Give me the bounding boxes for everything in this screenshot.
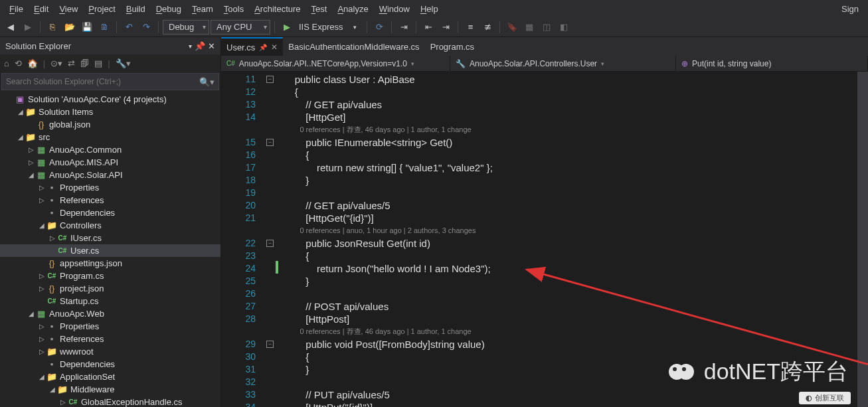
editor-tabs: User.cs📌✕BasicAuthenticationMiddleware.c… — [221, 37, 868, 56]
close-icon[interactable]: ✕ — [208, 41, 215, 51]
solution-tree[interactable]: ▣Solution 'AnuoApc.Core' (4 projects)◢📁S… — [0, 92, 220, 407]
tree-item[interactable]: ◢▦AnuoApc.Web — [0, 307, 220, 320]
menu-bar: FileEditViewProjectBuildDebugTeamToolsAr… — [0, 0, 868, 17]
redo-icon[interactable]: ↷ — [138, 19, 154, 35]
misc3-icon[interactable]: ◧ — [556, 19, 572, 35]
tree-item[interactable]: ▪Dependencies — [0, 358, 220, 370]
sync-icon[interactable]: ⟲ — [15, 58, 22, 68]
panel-header: Solution Explorer ▾ 📌 ✕ — [0, 37, 220, 54]
tree-item[interactable]: ▷📁wwwroot — [0, 345, 220, 358]
open-icon[interactable]: 📂 — [62, 19, 78, 35]
tree-item[interactable]: {}global.json — [0, 118, 220, 131]
tree-item[interactable]: ◢▦AnuoApc.Solar.API — [0, 169, 220, 181]
tree-item[interactable]: ▣Solution 'AnuoApc.Core' (4 projects) — [0, 93, 220, 106]
tree-item[interactable]: ◢📁ApplicationSet — [0, 370, 220, 383]
tree-item[interactable]: ◢📁Middleware — [0, 383, 220, 396]
properties-icon[interactable]: ▤ — [94, 58, 102, 68]
tab-User.cs[interactable]: User.cs📌✕ — [221, 37, 283, 56]
tree-item[interactable]: ▷▦AnuoApc.Common — [0, 143, 220, 156]
config-combo[interactable]: Debug — [163, 20, 209, 35]
menu-window[interactable]: Window — [374, 2, 415, 16]
refresh-icon[interactable]: ⊙▾ — [50, 58, 62, 68]
misc-icon[interactable]: ▦ — [521, 19, 537, 35]
run-label[interactable]: IIS Express — [299, 22, 343, 32]
tree-item[interactable]: ◢📁src — [0, 131, 220, 143]
tree-item[interactable]: ▷{}project.json — [0, 282, 220, 295]
tree-item[interactable]: ▷▪References — [0, 333, 220, 345]
menu-help[interactable]: Help — [415, 2, 444, 16]
tree-item[interactable]: ▷▪Properties — [0, 320, 220, 333]
search-box[interactable]: 🔍▾ — [1, 73, 219, 90]
tree-item[interactable]: C#User.cs — [0, 244, 220, 257]
undo-icon[interactable]: ↶ — [121, 19, 137, 35]
comment-icon[interactable]: ≡ — [462, 19, 478, 35]
nav-project-combo[interactable]: C# AnuoApc.Solar.API..NETCoreApp,Version… — [221, 56, 450, 71]
tree-item[interactable]: ▪Dependencies — [0, 206, 220, 219]
tree-item[interactable]: C#Startup.cs — [0, 295, 220, 307]
bookmark-icon[interactable]: 🔖 — [504, 19, 520, 35]
home-icon[interactable]: ⌂ — [4, 58, 9, 68]
show-all-icon[interactable]: 🏠 — [27, 58, 38, 68]
tree-item[interactable]: ▷▪References — [0, 194, 220, 206]
menu-architecture[interactable]: Architecture — [249, 2, 305, 16]
tree-item[interactable]: {}appsettings.json — [0, 257, 220, 270]
indent-icon[interactable]: ⇥ — [438, 19, 454, 35]
preview-icon[interactable]: 🗐 — [80, 58, 89, 68]
solution-explorer: Solution Explorer ▾ 📌 ✕ ⌂ ⟲ 🏠 | ⊙▾ ⇄ 🗐 ▤… — [0, 37, 221, 407]
misc2-icon[interactable]: ◫ — [539, 19, 555, 35]
tree-item[interactable]: ▷C#IUser.cs — [0, 232, 220, 244]
tree-item[interactable]: ▷C#Program.cs — [0, 270, 220, 282]
menu-analyze[interactable]: Analyze — [332, 2, 373, 16]
nav-bar: C# AnuoApc.Solar.API..NETCoreApp,Version… — [221, 56, 868, 72]
line-gutter: 11121314 15161718192021 22232425262728 2… — [221, 72, 268, 407]
panel-title-text: Solution Explorer — [5, 41, 186, 51]
tree-item[interactable]: ◢📁Solution Items — [0, 106, 220, 118]
new-project-icon[interactable]: ⎘ — [44, 19, 60, 35]
search-input[interactable] — [6, 77, 199, 86]
tree-item[interactable]: ▷▪Properties — [0, 181, 220, 194]
menu-debug[interactable]: Debug — [151, 2, 187, 16]
panel-menu-icon[interactable]: ▾ — [189, 42, 192, 50]
pin-icon[interactable]: 📌 — [195, 41, 205, 51]
nav-member-combo[interactable]: ⊕ Put(int id, string value) — [676, 56, 868, 71]
watermark: dotNET跨平台 — [667, 357, 848, 387]
editor-area: User.cs📌✕BasicAuthenticationMiddleware.c… — [221, 37, 868, 407]
tree-item[interactable]: ▷▦AnuoApc.MIS.API — [0, 156, 220, 169]
collapse-icon[interactable]: ⇄ — [68, 58, 75, 68]
nav-class-combo[interactable]: 🔧 AnuoApc.Solar.API.Controllers.User ▾ — [450, 56, 676, 71]
wrench-icon[interactable]: 🔧▾ — [116, 58, 131, 68]
tab-Program.cs[interactable]: Program.cs — [425, 37, 479, 56]
tree-item[interactable]: ▷C#GlobalExceptionHandle.cs — [0, 396, 220, 407]
search-icon[interactable]: 🔍▾ — [199, 77, 215, 87]
browser-link-icon[interactable]: ⟳ — [371, 19, 387, 35]
menu-edit[interactable]: Edit — [29, 2, 54, 16]
nav-fwd-icon[interactable]: ▶ — [20, 19, 36, 35]
watermark-badge: ◐创新互联 — [799, 392, 851, 404]
sign-in-link[interactable]: Sign — [836, 2, 864, 16]
scrollbar[interactable] — [857, 72, 868, 407]
menu-test[interactable]: Test — [306, 2, 333, 16]
menu-tools[interactable]: Tools — [218, 2, 249, 16]
menu-project[interactable]: Project — [83, 2, 120, 16]
menu-view[interactable]: View — [54, 2, 83, 16]
menu-team[interactable]: Team — [187, 2, 218, 16]
run-dropdown-icon[interactable]: ▾ — [347, 19, 363, 35]
step-icon[interactable]: ⇥ — [396, 19, 412, 35]
uncomment-icon[interactable]: ≢ — [479, 19, 495, 35]
save-all-icon[interactable]: 🗎 — [96, 19, 112, 35]
tree-item[interactable]: ◢📁Controllers — [0, 219, 220, 232]
menu-build[interactable]: Build — [121, 2, 151, 16]
menu-file[interactable]: File — [4, 2, 29, 16]
toolbar: ◀ ▶ ⎘ 📂 💾 🗎 ↶ ↷ Debug Any CPU ▶ IIS Expr… — [0, 17, 868, 37]
nav-back-icon[interactable]: ◀ — [3, 19, 19, 35]
outdent-icon[interactable]: ⇤ — [420, 19, 436, 35]
save-icon[interactable]: 💾 — [79, 19, 95, 35]
svg-point-3 — [678, 364, 694, 380]
svg-point-5 — [682, 367, 686, 371]
svg-point-4 — [673, 367, 677, 371]
run-button[interactable]: ▶ — [279, 19, 295, 35]
platform-combo[interactable]: Any CPU — [211, 20, 270, 35]
panel-toolbar: ⌂ ⟲ 🏠 | ⊙▾ ⇄ 🗐 ▤ | 🔧▾ — [0, 54, 220, 72]
tab-BasicAuthenticationMiddleware.cs[interactable]: BasicAuthenticationMiddleware.cs — [283, 37, 424, 56]
